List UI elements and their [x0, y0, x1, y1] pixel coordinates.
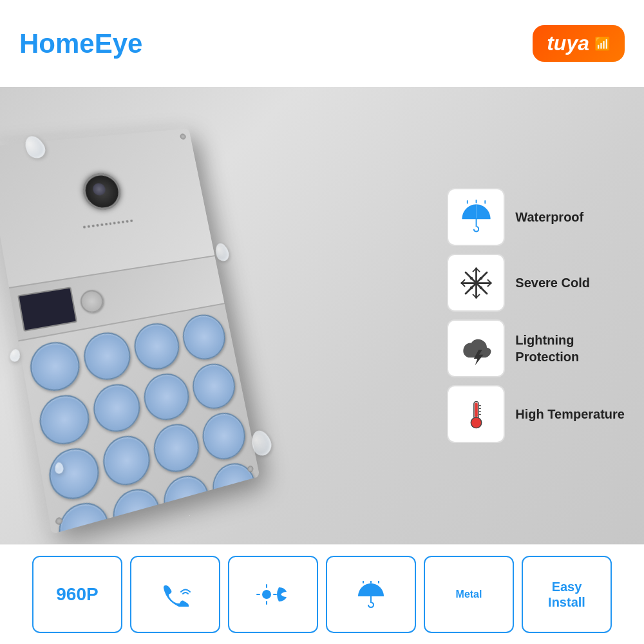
- device-screen: [17, 287, 77, 332]
- badge-metal: Metal: [424, 556, 514, 633]
- key-13: [55, 497, 112, 534]
- badge-easy-install-label: Easy Install: [548, 579, 585, 610]
- key-2: [80, 328, 134, 384]
- badge-easy-install: Easy Install: [522, 556, 612, 633]
- speaker-dot: [104, 223, 108, 225]
- svg-rect-34: [370, 596, 372, 603]
- lightning-icon-box: [447, 319, 505, 377]
- key-4: [178, 311, 229, 363]
- speaker-dot: [96, 224, 99, 227]
- key-1: [26, 338, 83, 395]
- speaker-dot: [130, 220, 133, 222]
- phone-icon: [160, 582, 191, 607]
- badge-day-night: [228, 556, 318, 633]
- svg-point-17: [470, 286, 473, 289]
- sun-moon-icon: [256, 582, 290, 607]
- device-panel: [0, 128, 260, 534]
- speaker-dot: [113, 222, 116, 224]
- speaker-grille: [81, 212, 134, 237]
- key-7: [140, 369, 193, 424]
- high-temp-label: High Temperature: [515, 406, 625, 422]
- speaker-dot: [87, 225, 90, 227]
- brand-logo: HomeEye: [19, 28, 142, 59]
- brand-black: Home: [19, 28, 95, 59]
- waterproof-icon-box: [447, 188, 505, 246]
- speaker-dot: [100, 223, 104, 226]
- tuya-badge: tuya 📶: [533, 25, 625, 62]
- key-5: [36, 390, 93, 450]
- key-8: [189, 359, 239, 413]
- key-9: [45, 443, 102, 504]
- feature-high-temp: High Temperature: [447, 385, 625, 443]
- water-drop-3: [214, 242, 231, 263]
- speaker-dot: [91, 225, 95, 227]
- brand-blue: Eye: [95, 28, 143, 59]
- svg-point-18: [479, 276, 482, 279]
- screw-tr: [180, 133, 187, 140]
- feature-severe-cold: Severe Cold: [447, 254, 625, 312]
- badge-metal-label: Metal: [456, 588, 482, 600]
- speaker-dot: [122, 220, 124, 223]
- device-keypad: [19, 304, 260, 534]
- key-14: [109, 484, 164, 535]
- severe-cold-icon-box: [447, 254, 505, 312]
- bottom-bar: 960P: [0, 544, 644, 644]
- device-illustration: [0, 128, 260, 534]
- key-15: [160, 471, 213, 530]
- svg-point-19: [479, 286, 482, 289]
- top-bar: HomeEye tuya 📶: [0, 0, 644, 87]
- key-11: [150, 419, 203, 477]
- main-content: Waterproof: [0, 87, 644, 544]
- tuya-label: tuya: [547, 32, 589, 55]
- key-3: [131, 319, 183, 373]
- cloud-lightning-icon: [459, 331, 494, 366]
- badge-call: [130, 556, 220, 633]
- severe-cold-label: Severe Cold: [515, 274, 590, 291]
- svg-point-28: [471, 417, 482, 428]
- key-10: [99, 431, 154, 490]
- umbrella-badge-icon: [357, 581, 385, 608]
- thermometer-icon: [459, 397, 494, 432]
- speaker-dot: [109, 222, 111, 225]
- badge-960p: 960P: [32, 556, 122, 633]
- badge-waterproof: [326, 556, 416, 633]
- key-6: [90, 379, 144, 437]
- snowflake-icon: [459, 265, 494, 301]
- water-drop-4: [9, 348, 21, 362]
- speaker-dot: [126, 220, 129, 223]
- side-button: [79, 288, 105, 314]
- speaker-dot: [83, 225, 86, 228]
- svg-rect-23: [475, 402, 478, 417]
- waterproof-label: Waterproof: [515, 209, 583, 225]
- key-12: [198, 408, 249, 464]
- features-panel: Waterproof: [447, 188, 625, 443]
- high-temp-icon-box: [447, 385, 505, 443]
- speaker-dot: [117, 221, 120, 223]
- umbrella-icon: [459, 200, 494, 235]
- svg-point-29: [262, 590, 271, 599]
- feature-lightning: Lightning Protection: [447, 319, 625, 377]
- svg-rect-0: [475, 218, 477, 227]
- badge-960p-label: 960P: [56, 583, 98, 605]
- svg-point-20: [470, 276, 473, 279]
- feature-waterproof: Waterproof: [447, 188, 625, 246]
- tuya-wifi-icon: 📶: [594, 36, 611, 52]
- camera-lens: [80, 171, 124, 212]
- lightning-label: Lightning Protection: [515, 332, 579, 365]
